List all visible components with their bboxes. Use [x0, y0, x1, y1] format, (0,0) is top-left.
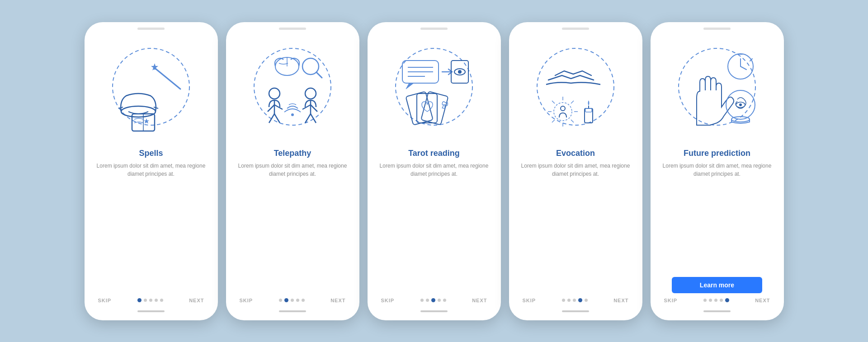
evocation-bottom-bar [562, 310, 589, 312]
future-bottom-bar [703, 310, 731, 312]
dot-2 [709, 299, 712, 302]
spells-title: Spells [139, 149, 163, 158]
telepathy-next[interactable]: NEXT [330, 298, 345, 303]
future-desc: Lorem ipsum dolor sit dim amet, mea regi… [660, 162, 774, 272]
phone-telepathy: Telepathy Lorem ipsum dolor sit dim amet… [226, 22, 359, 320]
future-skip[interactable]: SKIP [664, 298, 678, 303]
evocation-dots [562, 298, 588, 302]
dot-3 [291, 299, 294, 302]
svg-line-15 [274, 105, 283, 109]
dot-2 [567, 299, 571, 302]
telepathy-nav: SKIP NEXT [236, 298, 349, 303]
tarot-skip[interactable]: SKIP [381, 298, 395, 303]
svg-rect-34 [406, 91, 433, 125]
svg-point-18 [305, 88, 316, 99]
future-illustration [672, 39, 762, 143]
telepathy-footer: SKIP NEXT [236, 298, 349, 312]
dot-4 [720, 299, 723, 302]
phone-tarot: Tarot reading Lorem ipsum dolor sit dim … [368, 22, 501, 320]
evocation-desc: Lorem ipsum dolor sit dim amet, mea regi… [519, 162, 632, 293]
dot-3 [714, 299, 717, 302]
tarot-nav: SKIP NEXT [377, 298, 491, 303]
spells-nav: SKIP NEXT [94, 298, 208, 303]
dot-5 [302, 299, 305, 302]
svg-line-4 [156, 69, 180, 89]
dot-4 [438, 299, 441, 302]
future-nav: SKIP NEXT [660, 298, 774, 303]
svg-line-40 [571, 101, 574, 103]
future-title: Future prediction [684, 149, 750, 158]
evocation-footer: SKIP NEXT [519, 298, 632, 312]
phone-future: Future prediction Lorem ipsum dolor sit … [651, 22, 784, 320]
dot-1 [703, 299, 707, 302]
dot-1 [137, 298, 142, 302]
dot-4 [296, 299, 299, 302]
tarot-next[interactable]: NEXT [472, 298, 487, 303]
dot-5 [585, 299, 588, 302]
tarot-desc: Lorem ipsum dolor sit dim amet, mea regi… [377, 162, 491, 293]
telepathy-dots [279, 298, 305, 302]
tarot-bottom-bar [420, 310, 448, 312]
dot-1 [279, 299, 282, 302]
telepathy-illustration [247, 39, 338, 143]
phones-container: Spells Lorem ipsum dolor sit dim amet, m… [71, 9, 797, 334]
spells-illustration [106, 39, 196, 143]
tarot-dots [420, 298, 446, 302]
dot-5 [443, 299, 446, 302]
spells-desc: Lorem ipsum dolor sit dim amet, mea regi… [94, 162, 208, 293]
svg-point-37 [537, 48, 614, 125]
phone-spells: Spells Lorem ipsum dolor sit dim amet, m… [85, 22, 218, 320]
learn-more-button[interactable]: Learn more [672, 277, 763, 293]
telepathy-title: Telepathy [274, 149, 311, 158]
svg-point-51 [679, 48, 755, 125]
svg-point-12 [269, 88, 280, 99]
spells-footer: SKIP NEXT [94, 298, 208, 312]
svg-line-22 [305, 114, 311, 123]
svg-point-24 [291, 113, 294, 116]
dot-4 [578, 298, 582, 302]
dot-2 [144, 299, 147, 302]
tarot-illustration [389, 39, 479, 143]
telepathy-desc: Lorem ipsum dolor sit dim amet, mea regi… [236, 162, 349, 293]
dot-1 [420, 299, 424, 302]
svg-line-42 [571, 120, 574, 122]
svg-point-47 [561, 106, 565, 111]
future-next[interactable]: NEXT [755, 298, 770, 303]
dot-3 [149, 299, 152, 302]
svg-line-16 [269, 114, 274, 123]
svg-point-1 [121, 106, 156, 117]
dot-3 [431, 298, 435, 302]
dot-2 [426, 299, 429, 302]
spells-dots [137, 298, 163, 302]
telepathy-skip[interactable]: SKIP [240, 298, 253, 303]
spells-next[interactable]: NEXT [189, 298, 204, 303]
svg-line-44 [552, 120, 555, 122]
evocation-skip[interactable]: SKIP [523, 298, 536, 303]
dot-5 [725, 298, 729, 302]
tarot-title: Tarot reading [408, 149, 460, 158]
svg-line-23 [311, 114, 316, 123]
tarot-footer: SKIP NEXT [377, 298, 491, 312]
svg-line-46 [552, 101, 555, 103]
spells-skip[interactable]: SKIP [98, 298, 112, 303]
future-footer: Learn more SKIP NEXT [660, 277, 774, 312]
dot-4 [155, 299, 158, 302]
telepathy-bottom-bar [279, 310, 306, 312]
svg-line-11 [316, 72, 322, 78]
evocation-nav: SKIP NEXT [519, 298, 632, 303]
spells-bottom-bar [137, 310, 165, 312]
evocation-title: Evocation [556, 149, 595, 158]
future-dots [703, 298, 729, 302]
svg-rect-49 [585, 108, 592, 112]
evocation-next[interactable]: NEXT [613, 298, 628, 303]
svg-point-60 [739, 103, 742, 106]
svg-line-56 [741, 66, 746, 70]
dot-2 [284, 298, 288, 302]
svg-line-20 [302, 105, 311, 109]
dot-1 [562, 299, 565, 302]
dot-3 [573, 299, 576, 302]
svg-point-33 [458, 70, 462, 74]
phone-evocation: Evocation Lorem ipsum dolor sit dim amet… [509, 22, 642, 320]
evocation-illustration [530, 39, 621, 143]
svg-point-38 [554, 103, 572, 121]
